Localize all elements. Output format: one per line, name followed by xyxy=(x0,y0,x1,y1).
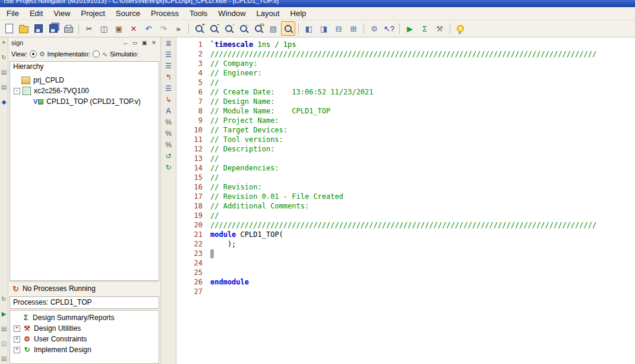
zoom-out-button[interactable]: − xyxy=(207,21,221,36)
new-file-icon xyxy=(5,24,13,33)
view-option-label-implementation: Implementatio: xyxy=(48,50,90,58)
save-all-icon xyxy=(49,24,58,33)
code-editor[interactable]: 1234567891011121314151617181920212223242… xyxy=(176,37,635,364)
line-number: 27 xyxy=(176,287,203,296)
save-all-button[interactable] xyxy=(46,21,61,36)
paste-button[interactable]: ▣ xyxy=(112,21,126,36)
nav-forward-icon[interactable]: ↻ xyxy=(165,164,171,171)
docked-panel-icon[interactable]: ◫ xyxy=(1,341,7,347)
code-area[interactable]: `timescale 1ns / 1ps////////////////////… xyxy=(210,37,635,364)
toolbar-overflow-button[interactable]: » xyxy=(171,21,185,36)
line-number: 23 xyxy=(176,249,203,258)
lines-icon[interactable]: ☰ xyxy=(165,62,172,69)
left-edge-strip: ✦↻▤▤◆ ↻▶▤◫▤ xyxy=(0,37,8,364)
pan-zoom-tool-button[interactable] xyxy=(281,21,295,36)
line-number: 20 xyxy=(176,220,203,230)
panel-restore-button[interactable]: ▣ xyxy=(141,39,148,46)
editor-handle-icon[interactable]: ≣ xyxy=(165,40,171,47)
process-item-implement-design[interactable]: +↻Implement Design xyxy=(10,344,159,355)
left-edge-strip-top: ✦↻▤▤◆ xyxy=(1,40,7,105)
view-radio-implementation[interactable] xyxy=(30,50,37,58)
implement-button[interactable]: ⚒ xyxy=(432,21,447,36)
title-bar[interactable]: ISE Project Navigator (M20191013) - C:\U… xyxy=(0,0,635,7)
view-label: View: xyxy=(11,50,27,58)
layout-right-button[interactable]: ◨ xyxy=(317,21,331,36)
menu-item-source[interactable]: Source xyxy=(110,8,146,19)
tile-vertical-button[interactable]: ⊞ xyxy=(346,21,361,36)
ise-window: ISE Project Navigator (M20191013) - C:\U… xyxy=(0,0,635,364)
nav-back-icon[interactable]: ↺ xyxy=(165,153,171,160)
expander-icon[interactable]: + xyxy=(14,347,20,353)
percent-icon[interactable]: % xyxy=(165,119,172,126)
open-file-button[interactable] xyxy=(17,21,31,36)
save-button[interactable] xyxy=(31,21,46,36)
code-line: // Create Date: 13:06:52 11/23/2021 xyxy=(210,87,635,97)
tile-horizontal-button[interactable]: ⊟ xyxy=(331,21,346,36)
lines-icon[interactable]: ☰ xyxy=(165,85,172,92)
docked-panel-icon[interactable]: ↻ xyxy=(1,55,6,61)
red-return-icon[interactable]: ↰ xyxy=(165,74,171,81)
design-summary-button[interactable]: Σ xyxy=(418,21,432,36)
hierarchy-item-prj-cpld[interactable]: prj_CPLD xyxy=(10,75,159,86)
undo-button[interactable]: ↶ xyxy=(141,21,156,36)
menu-item-layout[interactable]: Layout xyxy=(251,8,285,19)
layout-left-button[interactable]: ◧ xyxy=(302,21,316,36)
red-branch-icon[interactable]: ↳ xyxy=(165,96,171,103)
settings-button[interactable]: ⚙ xyxy=(367,21,381,36)
menu-item-file[interactable]: File xyxy=(1,8,24,19)
percent-icon[interactable]: % xyxy=(165,141,172,148)
zoom-full-view-button[interactable]: ▭ xyxy=(251,21,266,36)
expander-icon[interactable]: - xyxy=(14,88,20,94)
zoom-previous-button[interactable]: ← xyxy=(236,21,251,36)
zoom-in-button[interactable]: + xyxy=(192,21,206,36)
process-item-design-summary-reports[interactable]: ΣDesign Summary/Reports xyxy=(10,312,159,323)
panel-maximize-button[interactable]: ▭ xyxy=(131,39,138,46)
zoom-selection-button[interactable]: ▫ xyxy=(222,21,236,36)
menu-item-help[interactable]: Help xyxy=(285,8,312,19)
menu-item-view[interactable]: View xyxy=(48,8,75,19)
run-button[interactable]: ▶ xyxy=(403,21,417,36)
expander-icon[interactable]: + xyxy=(14,325,20,332)
view-radio-simulation[interactable] xyxy=(93,50,100,58)
delete-button[interactable]: ✕ xyxy=(127,21,141,36)
panel-float-button[interactable]: ↔ xyxy=(122,39,129,46)
panel-close-button[interactable]: ✕ xyxy=(150,39,157,46)
lines-icon[interactable]: ☰ xyxy=(165,51,172,58)
docked-panel-icon[interactable]: ▤ xyxy=(1,326,7,332)
line-number: 3 xyxy=(176,59,203,68)
docked-panel-icon[interactable]: ▤ xyxy=(1,84,7,90)
hierarchy-item-cpld1-top[interactable]: VCPLD1_TOP (CPLD1_TOP.v) xyxy=(10,96,159,107)
redo-button[interactable]: ↷ xyxy=(156,21,170,36)
print-button[interactable] xyxy=(61,21,75,36)
code-line: // Revision: xyxy=(210,182,635,192)
docked-panel-icon[interactable]: ▤ xyxy=(1,356,7,362)
code-line: module CPLD1_TOP( xyxy=(210,230,635,239)
menu-item-tools[interactable]: Tools xyxy=(184,8,213,19)
context-help-button[interactable]: ↖? xyxy=(382,21,396,36)
copy-button[interactable]: ◫ xyxy=(97,21,111,36)
docked-panel-icon[interactable]: ◆ xyxy=(2,99,7,105)
font-icon[interactable]: A xyxy=(166,107,170,115)
expander-icon[interactable]: + xyxy=(14,336,20,343)
open-folder-icon xyxy=(19,26,29,33)
menu-item-edit[interactable]: Edit xyxy=(24,8,48,19)
cut-button[interactable]: ✂ xyxy=(82,21,96,36)
menu-item-process[interactable]: Process xyxy=(146,8,184,19)
code-line: // xyxy=(210,211,635,220)
process-status-bar: ↻ No Processes Running xyxy=(10,281,159,295)
process-item-design-utilities[interactable]: +⚒Design Utilities xyxy=(10,323,159,334)
docked-panel-icon[interactable]: ▤ xyxy=(1,69,7,75)
docked-panel-icon[interactable]: ↻ xyxy=(1,296,6,302)
code-line xyxy=(210,258,635,268)
docked-panel-icon[interactable]: ▶ xyxy=(2,311,7,317)
process-item-user-constraints[interactable]: +⚙User Constraints xyxy=(10,334,159,344)
tip-button[interactable] xyxy=(453,21,467,36)
code-line xyxy=(210,268,635,277)
percent-icon[interactable]: % xyxy=(165,130,172,137)
docked-panel-icon[interactable]: ✦ xyxy=(1,40,6,46)
new-file-button[interactable] xyxy=(2,21,16,36)
view-reports-button[interactable]: ▤ xyxy=(266,21,280,36)
menu-item-project[interactable]: Project xyxy=(75,8,110,19)
menu-item-window[interactable]: Window xyxy=(213,8,251,19)
hierarchy-item-xc2c256-7vq100[interactable]: -xc2c256-7VQ100 xyxy=(10,86,159,96)
